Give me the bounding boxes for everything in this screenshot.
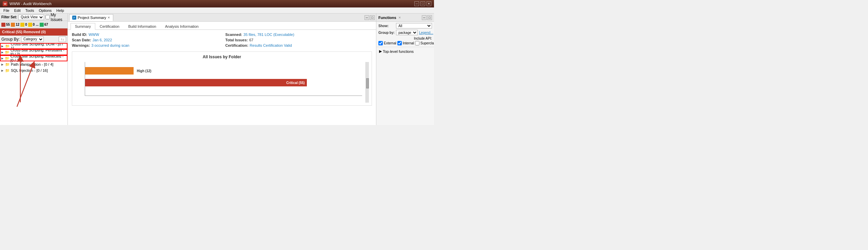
restore-button[interactable]: □ — [420, 1, 425, 6]
show-label: Show: — [378, 24, 395, 28]
folder-icon: 📁 — [5, 68, 10, 73]
functions-title: Functions — [378, 16, 396, 20]
severity-bar: 55 12 0 0 ... 67 — [0, 21, 67, 28]
warnings-label: Warnings: — [72, 43, 90, 47]
legend-link[interactable]: Legend... — [419, 31, 433, 35]
build-info-grid: Build ID: WWW Scanned: 35 files, 781 LOC… — [72, 33, 372, 47]
sev-yellow1[interactable]: 0 — [20, 23, 27, 27]
folder-icon: 📁 — [5, 62, 10, 67]
chart-area: High (12) Critical (55) — [75, 62, 369, 103]
superclasses-label: Superclasses — [420, 41, 434, 45]
tree-item-label: Path Manipulation - [0 / 4] — [11, 62, 53, 66]
my-issues-label: My Issues — [51, 13, 66, 22]
menu-edit[interactable]: Edit — [12, 8, 23, 13]
superclasses-checkbox[interactable] — [415, 41, 419, 45]
tree-arrow: ▶ — [1, 69, 4, 72]
folder-icon: 📁 — [5, 50, 9, 55]
sev-ellipsis-label: ... — [36, 23, 38, 26]
group-by-select[interactable]: Category — [21, 37, 44, 42]
right-tree: ▶ Top-level functions — [376, 47, 434, 125]
certification-value: Results Certification Valid — [250, 43, 292, 47]
green-dot — [40, 23, 44, 27]
sev-green-count: 67 — [44, 23, 48, 26]
show-select[interactable]: All — [396, 23, 432, 28]
main-layout: Filter Set: Quick View My Issues 55 12 0 — [0, 14, 434, 125]
internal-checkbox[interactable] — [397, 41, 402, 45]
chart-title: All Issues by Folder — [75, 55, 369, 59]
menu-options[interactable]: Options — [37, 8, 54, 13]
filter-set-label: Filter Set: — [1, 15, 17, 19]
sev-ellipsis[interactable]: ... — [36, 23, 38, 26]
minimize-panel-button[interactable]: ─ — [364, 15, 369, 20]
scanned-value: 35 files, 781 LOC (Executable) — [243, 33, 294, 37]
folder-icon: 📁 — [5, 44, 10, 48]
tab-summary[interactable]: Summary — [71, 23, 95, 30]
tab-controls: ─ □ — [364, 15, 375, 20]
yellow2-dot — [28, 23, 32, 27]
group-by-select[interactable]: package — [396, 30, 418, 35]
minimize-button[interactable]: ─ — [414, 1, 419, 6]
my-issues-area: My Issues — [45, 13, 66, 22]
tab-certification[interactable]: Certification — [95, 23, 124, 29]
sev-yellow2-count: 0 — [33, 23, 35, 26]
bar-high-fill — [85, 67, 134, 75]
build-id-label: Build ID: — [72, 33, 87, 37]
total-issues-value: 67 — [249, 38, 253, 42]
bar-high-label: High (12) — [136, 69, 152, 73]
sev-orange[interactable]: 12 — [11, 23, 19, 27]
sev-orange-count: 12 — [16, 23, 19, 26]
build-id-value[interactable]: WWW — [88, 33, 99, 37]
sev-red-count: 55 — [6, 23, 10, 26]
tab-label: Project Summary — [78, 16, 106, 20]
tab-build-information[interactable]: Build Information — [124, 23, 161, 29]
bar-high: High (12) — [85, 67, 362, 75]
tree-item-xss-reflected[interactable]: ▶ 📁 Cross-Site Scripting: Reflected - [0… — [0, 55, 67, 61]
top-level-functions[interactable]: ▶ Top-level functions — [378, 48, 433, 54]
scrollbar-thumb[interactable] — [366, 78, 369, 88]
project-summary-tab[interactable]: P Project Summary ✕ — [69, 14, 113, 21]
tree-item-label: SQL Injection - [0 / 16] — [11, 68, 48, 72]
scan-date-value: Jan 6, 2022 — [93, 38, 112, 42]
menu-help[interactable]: Help — [54, 8, 66, 13]
tab-analysis-information[interactable]: Analysis Information — [161, 23, 203, 29]
maximize-panel-button[interactable]: □ — [370, 15, 375, 20]
my-issues-checkbox[interactable] — [45, 15, 50, 19]
red-dot — [1, 23, 5, 27]
functions-tab-indicator: ✕ — [398, 16, 401, 19]
chart-container: All Issues by Folder High (12) — [72, 51, 372, 106]
total-issues-label: Total Issues: — [225, 38, 248, 42]
right-minimize-button[interactable]: ─ — [422, 15, 427, 20]
warnings-row: Warnings: 3 occurred during scan — [72, 43, 219, 47]
include-api-label: Include API: — [414, 37, 432, 40]
close-button[interactable]: ✕ — [427, 1, 431, 6]
app-icon: W — [3, 1, 7, 6]
left-panel: Filter Set: Quick View My Issues 55 12 0 — [0, 14, 68, 125]
title-bar: W WWW - Audit Workbench ─ □ ✕ — [0, 0, 434, 7]
title-bar-controls: ─ □ ✕ — [414, 1, 431, 6]
sev-yellow2[interactable]: 0 — [28, 23, 35, 27]
internal-label: Internal — [403, 41, 414, 45]
tab-bar-header: P Project Summary ✕ ─ □ — [68, 14, 376, 22]
filter-select[interactable]: Quick View — [18, 15, 44, 20]
tree-arrow: ▶ — [1, 57, 4, 60]
chart-scrollbar[interactable] — [366, 62, 369, 103]
tree-item-sql-injection[interactable]: ▶ 📁 SQL Injection - [0 / 16] — [0, 67, 67, 74]
tab-close-button[interactable]: ✕ — [107, 16, 110, 19]
sort-button[interactable]: ↑↓ — [59, 37, 66, 42]
total-issues-row: Total Issues: 67 — [225, 38, 372, 42]
external-checkbox[interactable] — [378, 41, 383, 45]
sev-red[interactable]: 55 — [1, 23, 10, 27]
tree-arrow: ▶ — [1, 63, 4, 66]
title-bar-left: W WWW - Audit Workbench — [3, 1, 52, 6]
menu-tools[interactable]: Tools — [23, 8, 36, 13]
external-label: External — [384, 41, 396, 45]
sev-yellow1-count: 0 — [25, 23, 27, 26]
menu-file[interactable]: File — [1, 8, 12, 13]
tree-arrow: ▶ — [379, 49, 382, 54]
folder-icon: 📁 — [5, 56, 9, 61]
warnings-value: 3 occurred during scan — [91, 43, 129, 47]
right-maximize-button[interactable]: □ — [427, 15, 432, 20]
certification-label: Certification: — [225, 43, 249, 47]
bar-critical-fill: Critical (55) — [85, 79, 307, 86]
sev-green[interactable]: 67 — [40, 23, 48, 27]
